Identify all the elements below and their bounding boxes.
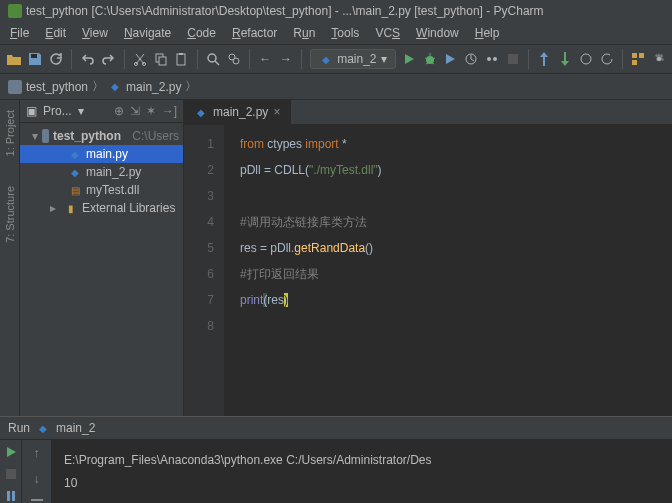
python-icon: ◆ <box>319 52 333 66</box>
redo-icon[interactable] <box>101 50 116 68</box>
source[interactable]: from ctypes import * pDll = CDLL("./myTe… <box>224 125 382 416</box>
menu-window[interactable]: Window <box>410 24 465 42</box>
coverage-icon[interactable] <box>443 50 458 68</box>
wrap-icon[interactable] <box>30 498 44 503</box>
find-icon[interactable] <box>206 50 221 68</box>
gear-icon[interactable]: ✶ <box>146 104 156 118</box>
back-icon[interactable]: ← <box>258 50 273 68</box>
vcs-revert-icon[interactable] <box>599 50 614 68</box>
menu-view[interactable]: View <box>76 24 114 42</box>
menu-vcs[interactable]: VCS <box>369 24 406 42</box>
svg-rect-5 <box>177 54 185 65</box>
menu-help[interactable]: Help <box>469 24 506 42</box>
project-tree: ▾ test_python C:\Users ◆ main.py ◆ main_… <box>20 123 183 221</box>
breadcrumb-file[interactable]: main_2.py <box>126 80 181 94</box>
editor: ◆ main_2.py × 12345678 from ctypes impor… <box>184 100 672 416</box>
run-config-label: main_2 <box>337 52 376 66</box>
svg-rect-6 <box>179 53 183 55</box>
chevron-right-icon: ▸ <box>50 201 60 215</box>
breadcrumb-project[interactable]: test_python <box>26 80 88 94</box>
replace-icon[interactable] <box>226 50 241 68</box>
menu-file[interactable]: File <box>4 24 35 42</box>
tree-file-dll[interactable]: ▤ myTest.dll <box>20 181 183 199</box>
code-area[interactable]: 12345678 from ctypes import * pDll = CDL… <box>184 125 672 416</box>
project-combo-icon[interactable]: ▣ <box>26 104 37 118</box>
close-icon[interactable]: × <box>273 105 280 119</box>
folder-icon <box>42 129 49 143</box>
chevron-down-icon[interactable]: ▾ <box>78 104 84 118</box>
vcs-update-icon[interactable] <box>537 50 552 68</box>
down-icon[interactable]: ↓ <box>34 472 40 486</box>
up-icon[interactable]: ↑ <box>34 446 40 460</box>
run-target[interactable]: main_2 <box>56 421 95 435</box>
menu-tools[interactable]: Tools <box>325 24 365 42</box>
paste-icon[interactable] <box>174 50 189 68</box>
svg-rect-14 <box>508 54 518 64</box>
chevron-right-icon: 〉 <box>92 78 104 95</box>
project-header: ▣ Pro... ▾ ⊕ ⇲ ✶ →] <box>20 100 183 123</box>
vcs-history-icon[interactable] <box>578 50 593 68</box>
svg-point-12 <box>487 57 491 61</box>
svg-point-10 <box>426 56 434 64</box>
project-header-label[interactable]: Pro... <box>43 104 72 118</box>
run-label: Run <box>8 421 30 435</box>
tree-ext-label: External Libraries <box>82 201 175 215</box>
copy-icon[interactable] <box>153 50 168 68</box>
pause-button[interactable] <box>5 490 17 502</box>
python-icon: ◆ <box>194 105 208 119</box>
svg-rect-17 <box>639 53 644 58</box>
menubar: File Edit View Navigate Code Refactor Ru… <box>0 22 672 45</box>
autoscroll-icon[interactable]: ⊕ <box>114 104 124 118</box>
settings-icon[interactable] <box>651 50 666 68</box>
chevron-right-icon: 〉 <box>185 78 197 95</box>
svg-rect-23 <box>31 499 43 501</box>
tree-file-main[interactable]: ◆ main.py <box>20 145 183 163</box>
library-icon: ▮ <box>64 201 78 215</box>
console-output[interactable]: E:\Program_Files\Anaconda3\python.exe C:… <box>52 440 672 503</box>
structure-icon[interactable] <box>630 50 645 68</box>
sidetool-project[interactable]: 1: Project <box>4 110 16 156</box>
titlebar: test_python [C:\Users\Administrator\Desk… <box>0 0 672 22</box>
concurrency-icon[interactable] <box>484 50 499 68</box>
menu-code[interactable]: Code <box>181 24 222 42</box>
editor-tabs: ◆ main_2.py × <box>184 100 672 125</box>
sidetool-structure[interactable]: 7: Structure <box>4 186 16 243</box>
pycharm-icon <box>8 4 22 18</box>
vcs-commit-icon[interactable] <box>557 50 572 68</box>
out-val: 10 <box>64 476 77 490</box>
svg-rect-22 <box>12 491 15 501</box>
menu-refactor[interactable]: Refactor <box>226 24 283 42</box>
svg-rect-16 <box>632 53 637 58</box>
svg-rect-0 <box>31 54 37 58</box>
rerun-button[interactable] <box>5 446 17 458</box>
refresh-icon[interactable] <box>49 50 64 68</box>
python-icon: ◆ <box>108 80 122 94</box>
tree-external-libs[interactable]: ▸ ▮ External Libraries <box>20 199 183 217</box>
tree-root[interactable]: ▾ test_python C:\Users <box>20 127 183 145</box>
cut-icon[interactable] <box>133 50 148 68</box>
chevron-down-icon: ▾ <box>381 52 387 66</box>
collapse-icon[interactable]: ⇲ <box>130 104 140 118</box>
open-icon[interactable] <box>6 50 22 68</box>
run-button[interactable] <box>402 50 417 68</box>
tab-main2[interactable]: ◆ main_2.py × <box>184 100 291 124</box>
stop-button[interactable] <box>5 468 17 480</box>
undo-icon[interactable] <box>80 50 95 68</box>
tool-window-bar-left: 1: Project 7: Structure <box>0 100 20 416</box>
svg-rect-20 <box>6 469 16 479</box>
folder-icon <box>8 80 22 94</box>
profile-icon[interactable] <box>464 50 479 68</box>
menu-edit[interactable]: Edit <box>39 24 72 42</box>
window-title: test_python [C:\Users\Administrator\Desk… <box>26 4 544 18</box>
forward-icon[interactable]: → <box>279 50 294 68</box>
save-icon[interactable] <box>28 50 43 68</box>
debug-button[interactable] <box>422 50 437 68</box>
hide-icon[interactable]: →] <box>162 104 177 118</box>
run-config-select[interactable]: ◆ main_2 ▾ <box>310 49 395 69</box>
stop-button[interactable] <box>505 50 520 68</box>
menu-navigate[interactable]: Navigate <box>118 24 177 42</box>
tree-file-label: main_2.py <box>86 165 141 179</box>
menu-run[interactable]: Run <box>287 24 321 42</box>
tree-file-main2[interactable]: ◆ main_2.py <box>20 163 183 181</box>
tree-file-label: myTest.dll <box>86 183 139 197</box>
